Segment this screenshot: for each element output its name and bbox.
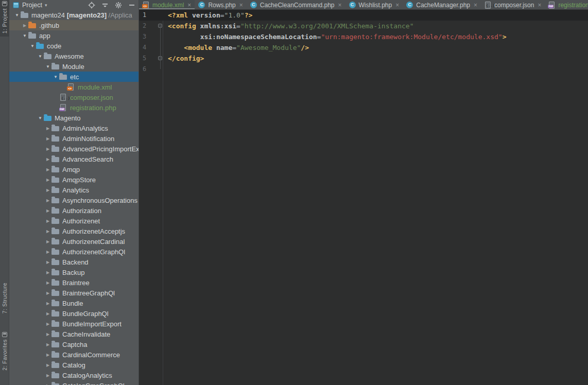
tree-item-Bundle[interactable]: ▶Bundle (9, 298, 139, 308)
code-editor[interactable]: 1<?xml version="1.0"?>2<config xmlns:xsi… (139, 10, 588, 385)
close-icon[interactable]: × (239, 2, 243, 8)
code-line-4[interactable]: 4 <module name="Awesome_Module"/> (139, 42, 588, 53)
tree-item-BundleGraphQl[interactable]: ▶BundleGraphQl (9, 308, 139, 319)
collapse-arrow-icon[interactable]: ▶ (44, 301, 51, 306)
collapse-arrow-icon[interactable]: ▶ (44, 157, 51, 162)
close-icon[interactable]: × (395, 2, 399, 8)
collapse-arrow-icon[interactable]: ▶ (44, 291, 51, 295)
tree-item-AuthorizenetAcceptjs[interactable]: ▶AuthorizenetAcceptjs (9, 226, 139, 236)
tree-item-CatalogCmsGraphQl[interactable]: ▶CatalogCmsGraphQl (9, 380, 139, 385)
tab-registration.php[interactable]: PHPregistration.php× (545, 0, 588, 10)
code-line-6[interactable]: 6 (139, 64, 588, 75)
chevron-down-icon[interactable]: ▾ (45, 3, 47, 8)
collapse-arrow-icon[interactable]: ▶ (44, 188, 51, 192)
collapse-arrow-icon[interactable]: ▶ (44, 239, 51, 244)
collapse-arrow-icon[interactable]: ▶ (44, 178, 51, 182)
hide-icon[interactable] (128, 2, 135, 9)
tab-Wishlist.php[interactable]: CWishlist.php× (345, 0, 403, 10)
tree-item-.github[interactable]: ▶.github (9, 20, 139, 30)
collapse-arrow-icon[interactable]: ▶ (44, 147, 51, 151)
tree-item-AuthorizenetGraphQl[interactable]: ▶AuthorizenetGraphQl (9, 247, 139, 257)
expand-arrow-icon[interactable]: ▼ (13, 13, 21, 18)
tree-item-Analytics[interactable]: ▶Analytics (9, 185, 139, 195)
tab-Rows.php[interactable]: CRows.php× (195, 0, 246, 10)
close-icon[interactable]: × (187, 2, 191, 8)
close-icon[interactable]: × (474, 2, 477, 8)
expand-arrow-icon[interactable]: ▼ (37, 116, 44, 120)
collapse-arrow-icon[interactable]: ▶ (44, 126, 51, 131)
tree-item-AmqpStore[interactable]: ▶AmqpStore (9, 174, 139, 185)
tool-window-button-project[interactable]: 1: Project (0, 0, 9, 37)
collapse-arrow-icon[interactable]: ▶ (44, 219, 51, 223)
collapse-arrow-icon[interactable]: ▶ (21, 23, 28, 28)
tree-item-app[interactable]: ▼app (9, 30, 139, 41)
tree-item-AdvancedPricingImportExport[interactable]: ▶AdvancedPricingImportExport (9, 144, 139, 154)
tree-item-CardinalCommerce[interactable]: ▶CardinalCommerce (9, 349, 139, 360)
close-icon[interactable]: × (538, 2, 541, 8)
tree-item-AdminNotification[interactable]: ▶AdminNotification (9, 133, 139, 144)
tree-item-registration.php[interactable]: PHPregistration.php (9, 102, 139, 113)
collapse-arrow-icon[interactable]: ▶ (44, 322, 51, 326)
collapse-arrow-icon[interactable]: ▶ (44, 250, 51, 254)
tree-item-Captcha[interactable]: ▶Captcha (9, 339, 139, 349)
tree-item-AdminAnalytics[interactable]: ▶AdminAnalytics (9, 123, 139, 133)
project-panel-title[interactable]: Project (22, 2, 42, 9)
tree-item-Backup[interactable]: ▶Backup (9, 267, 139, 277)
expand-arrow-icon[interactable]: ▼ (44, 64, 51, 69)
collapse-arrow-icon[interactable]: ▶ (44, 311, 51, 316)
tree-item-AsynchronousOperations[interactable]: ▶AsynchronousOperations (9, 195, 139, 205)
expand-arrow-icon[interactable]: ▼ (52, 75, 59, 79)
tree-item-Backend[interactable]: ▶Backend (9, 257, 139, 267)
tool-window-button-favorites[interactable]: 2: Favorites (0, 332, 9, 371)
tree-item-AdvancedSearch[interactable]: ▶AdvancedSearch (9, 154, 139, 164)
collapse-arrow-icon[interactable]: ▶ (44, 229, 51, 234)
tab-CacheManager.php[interactable]: CCacheManager.php× (403, 0, 481, 10)
collapse-arrow-icon[interactable]: ▶ (44, 198, 51, 203)
code-line-5[interactable]: 5</config> (139, 53, 588, 64)
tree-item-Magento[interactable]: ▼Magento (9, 113, 139, 123)
collapse-arrow-icon[interactable]: ▶ (44, 373, 51, 378)
tree-item-Authorizenet[interactable]: ▶Authorizenet (9, 216, 139, 226)
collapse-all-icon[interactable] (101, 2, 109, 9)
tree-item-Module[interactable]: ▼Module (9, 61, 139, 72)
tree-item-CacheInvalidate[interactable]: ▶CacheInvalidate (9, 329, 139, 339)
tree-item-etc[interactable]: ▼etc (9, 72, 139, 82)
tree-item-Awesome[interactable]: ▼Awesome (9, 51, 139, 61)
tree-item-AuthorizenetCardinal[interactable]: ▶AuthorizenetCardinal (9, 236, 139, 247)
tree-item-Amqp[interactable]: ▶Amqp (9, 164, 139, 174)
tree-item-Catalog[interactable]: ▶Catalog (9, 360, 139, 370)
tree-item-Authorization[interactable]: ▶Authorization (9, 205, 139, 216)
tree-item-module.xml[interactable]: <>module.xml (9, 82, 139, 92)
collapse-arrow-icon[interactable]: ▶ (44, 167, 51, 172)
tab-composer.json[interactable]: {..}composer.json× (481, 0, 545, 10)
tree-item-composer.json[interactable]: {..}composer.json (9, 92, 139, 102)
tree-item-BundleImportExport[interactable]: ▶BundleImportExport (9, 319, 139, 329)
collapse-arrow-icon[interactable]: ▶ (44, 353, 51, 357)
tab-module.xml[interactable]: <>module.xml× (139, 0, 195, 10)
settings-icon[interactable] (115, 2, 122, 9)
locate-icon[interactable] (88, 2, 95, 9)
collapse-arrow-icon[interactable]: ▶ (44, 363, 51, 367)
collapse-arrow-icon[interactable]: ▶ (44, 281, 51, 285)
tree-item-code[interactable]: ▼code (9, 41, 139, 51)
tree-item-magento24[interactable]: ▼magento24 [magento23] /Applica (9, 10, 139, 20)
tool-window-button-structure[interactable]: 7: Structure (0, 283, 9, 313)
code-line-3[interactable]: 3 xsi:noNamespaceSchemaLocation="urn:mag… (139, 31, 588, 42)
code-line-2[interactable]: 2<config xmlns:xsi="http://www.w3.org/20… (139, 21, 588, 31)
tab-CacheCleanCommand.php[interactable]: CCacheCleanCommand.php× (247, 0, 345, 10)
collapse-arrow-icon[interactable]: ▶ (44, 383, 51, 385)
close-icon[interactable]: × (338, 2, 342, 8)
collapse-arrow-icon[interactable]: ▶ (44, 342, 51, 347)
collapse-arrow-icon[interactable]: ▶ (44, 208, 51, 213)
collapse-arrow-icon[interactable]: ▶ (44, 270, 51, 275)
collapse-arrow-icon[interactable]: ▶ (44, 332, 51, 337)
collapse-arrow-icon[interactable]: ▶ (44, 136, 51, 141)
tree-item-BraintreeGraphQl[interactable]: ▶BraintreeGraphQl (9, 288, 139, 298)
expand-arrow-icon[interactable]: ▼ (29, 44, 36, 48)
expand-arrow-icon[interactable]: ▼ (37, 54, 44, 59)
code-line-1[interactable]: 1<?xml version="1.0"?> (139, 10, 588, 21)
expand-arrow-icon[interactable]: ▼ (21, 33, 28, 38)
collapse-arrow-icon[interactable]: ▶ (44, 260, 51, 265)
tree-item-Braintree[interactable]: ▶Braintree (9, 277, 139, 288)
tree-item-CatalogAnalytics[interactable]: ▶CatalogAnalytics (9, 370, 139, 380)
